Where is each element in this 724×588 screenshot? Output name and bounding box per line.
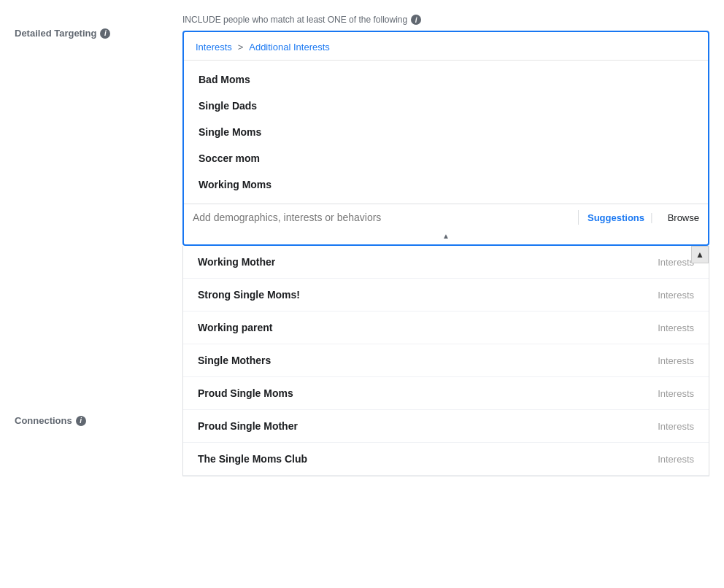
search-bar: Suggestions | Browse bbox=[184, 204, 708, 231]
suggestion-type: Interests bbox=[658, 322, 694, 333]
suggestion-type: Interests bbox=[658, 388, 694, 399]
breadcrumb: Interests > Additional Interests bbox=[184, 32, 708, 61]
connections-info-icon[interactable]: i bbox=[76, 416, 86, 426]
list-item[interactable]: Single Dads bbox=[184, 93, 708, 119]
suggestion-type: Interests bbox=[658, 257, 694, 268]
search-divider bbox=[578, 210, 579, 225]
breadcrumb-interests-link[interactable]: Interests bbox=[196, 42, 232, 53]
suggestion-row[interactable]: Working MotherInterests bbox=[183, 246, 709, 279]
suggestion-type: Interests bbox=[658, 290, 694, 301]
connections-label: Connections i bbox=[15, 409, 175, 432]
list-item[interactable]: Working Moms bbox=[184, 171, 708, 198]
suggestion-row[interactable]: Strong Single Moms!Interests bbox=[183, 279, 709, 312]
suggestion-name: Working parent bbox=[198, 322, 272, 333]
suggestion-name: Proud Single Mother bbox=[198, 420, 298, 432]
list-item[interactable]: Single Moms bbox=[184, 119, 708, 145]
browse-button[interactable]: Browse bbox=[668, 212, 699, 223]
include-label: INCLUDE people who match at least ONE of… bbox=[182, 15, 709, 25]
suggestion-name: Strong Single Moms! bbox=[198, 289, 300, 301]
list-item[interactable]: Soccer mom bbox=[184, 145, 708, 171]
suggestion-type: Interests bbox=[658, 355, 694, 366]
search-input[interactable] bbox=[193, 212, 569, 223]
chevron-up-icon: ▲ bbox=[184, 231, 708, 244]
selected-items-list: Bad MomsSingle DadsSingle MomsSoccer mom… bbox=[184, 61, 708, 204]
scroll-up-button[interactable]: ▲ bbox=[691, 246, 709, 263]
suggestion-type: Interests bbox=[658, 421, 694, 432]
suggestion-name: Proud Single Moms bbox=[198, 387, 293, 399]
suggestion-name: Working Mother bbox=[198, 256, 275, 268]
include-info-icon[interactable]: i bbox=[411, 15, 421, 25]
suggestions-button[interactable]: Suggestions bbox=[588, 212, 644, 223]
detailed-targeting-info-icon[interactable]: i bbox=[100, 28, 110, 39]
suggestion-row[interactable]: Single MothersInterests bbox=[183, 344, 709, 377]
suggestion-name: The Single Moms Club bbox=[198, 453, 307, 465]
btn-divider: | bbox=[650, 212, 653, 223]
breadcrumb-additional-interests-link[interactable]: Additional Interests bbox=[249, 42, 330, 53]
suggestion-row[interactable]: Working parentInterests bbox=[183, 312, 709, 344]
suggestion-row[interactable]: Proud Single MomsInterests bbox=[183, 377, 709, 410]
suggestions-dropdown: Working MotherInterestsStrong Single Mom… bbox=[182, 246, 709, 476]
detailed-targeting-label: Detailed Targeting i bbox=[15, 22, 175, 45]
suggestion-type: Interests bbox=[658, 454, 694, 465]
breadcrumb-separator: > bbox=[238, 42, 244, 53]
targeting-box: Interests > Additional Interests Bad Mom… bbox=[182, 31, 709, 246]
list-item[interactable]: Bad Moms bbox=[184, 66, 708, 93]
suggestion-name: Single Mothers bbox=[198, 355, 271, 366]
suggestion-row[interactable]: Proud Single MotherInterests bbox=[183, 410, 709, 443]
suggestion-row[interactable]: The Single Moms ClubInterests bbox=[183, 443, 709, 476]
